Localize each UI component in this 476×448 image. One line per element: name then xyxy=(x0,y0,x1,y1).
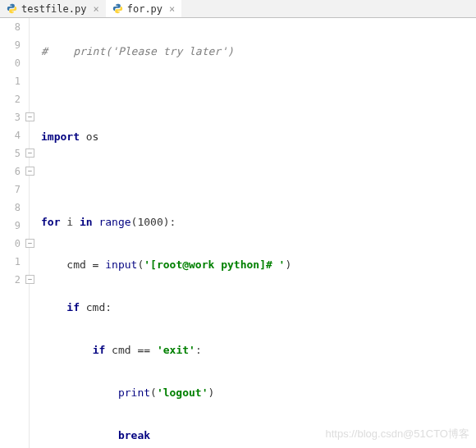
fold-icon[interactable]: − xyxy=(25,149,34,158)
fold-icon[interactable]: − xyxy=(25,112,34,121)
editor-tabs: testfile.py × for.py × xyxy=(0,0,476,18)
svg-point-3 xyxy=(118,11,119,12)
code-line: print('logout') xyxy=(41,384,476,402)
line-number: 1 xyxy=(0,253,29,271)
svg-point-1 xyxy=(13,11,14,12)
line-number: 8 xyxy=(0,18,29,36)
code-line: if cmd == 'exit': xyxy=(41,341,476,359)
line-number: 8 xyxy=(0,199,29,217)
line-number: 7 xyxy=(0,181,29,199)
close-icon[interactable]: × xyxy=(93,3,98,15)
code-line xyxy=(41,85,476,103)
line-number: 9 xyxy=(0,36,29,54)
tab-testfile[interactable]: testfile.py × xyxy=(0,0,106,17)
line-number: 2 xyxy=(0,90,29,108)
code-line: # print('Please try later') xyxy=(41,43,476,61)
line-number: 2− xyxy=(0,271,29,289)
code-line xyxy=(41,171,476,189)
svg-point-2 xyxy=(116,4,117,5)
code-editor[interactable]: 8 9 0 1 2 3− 4 5− 6− 7 8 9 0− 1 2− # pri… xyxy=(0,18,476,448)
code-line: import os xyxy=(41,128,476,146)
python-icon xyxy=(7,3,17,14)
code-line: if cmd: xyxy=(41,299,476,317)
fold-icon[interactable]: − xyxy=(25,275,34,284)
line-number: 3− xyxy=(0,108,29,126)
line-gutter: 8 9 0 1 2 3− 4 5− 6− 7 8 9 0− 1 2− xyxy=(0,18,30,448)
close-icon[interactable]: × xyxy=(169,3,175,15)
tab-for[interactable]: for.py × xyxy=(106,0,182,17)
fold-icon[interactable]: − xyxy=(25,167,34,176)
svg-point-0 xyxy=(10,4,11,5)
code-line: for i in range(1000): xyxy=(41,213,476,231)
line-number: 0 xyxy=(0,54,29,72)
fold-icon[interactable]: − xyxy=(25,239,34,248)
python-icon xyxy=(112,3,123,14)
tab-label: for.py xyxy=(127,3,162,15)
watermark: https://blog.csdn@51CTO博客 xyxy=(325,427,469,441)
code-line: cmd = input('[root@work python]# ') xyxy=(41,256,476,274)
line-number: 0− xyxy=(0,235,29,253)
line-number: 1 xyxy=(0,72,29,90)
line-number: 6− xyxy=(0,162,29,181)
line-number: 5− xyxy=(0,144,29,162)
code-area[interactable]: # print('Please try later') import os fo… xyxy=(30,18,476,448)
line-number: 9 xyxy=(0,217,29,235)
tab-label: testfile.py xyxy=(21,3,86,15)
line-number: 4 xyxy=(0,126,29,144)
